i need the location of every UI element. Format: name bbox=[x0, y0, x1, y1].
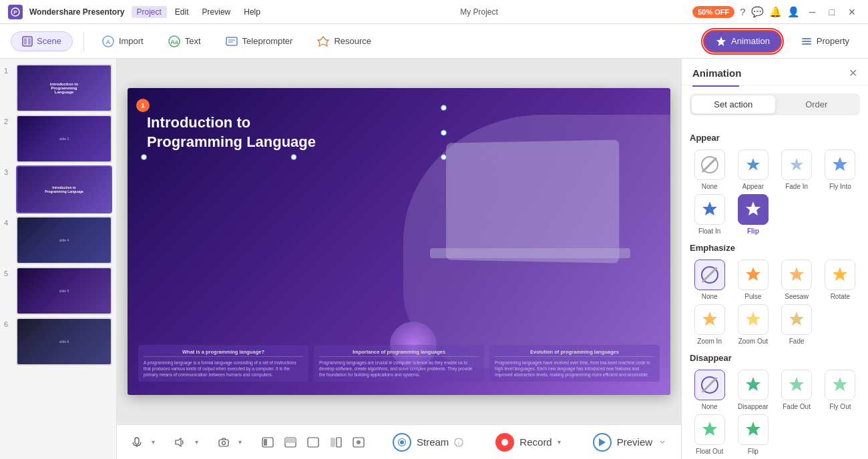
emphasize-rotate[interactable]: Rotate bbox=[821, 260, 860, 300]
stream-button[interactable]: Stream i bbox=[385, 429, 471, 456]
emphasize-fade[interactable]: Fade bbox=[777, 304, 817, 345]
volume-dropdown[interactable]: ▾ bbox=[195, 438, 198, 446]
property-button[interactable]: Property bbox=[793, 31, 857, 51]
preview-button[interactable]: Preview bbox=[585, 429, 675, 456]
volume-button[interactable] bbox=[171, 434, 190, 450]
appear-appear-label: Appear bbox=[742, 183, 764, 190]
minimize-button[interactable]: ─ bbox=[805, 5, 820, 19]
slide-thumb-2[interactable]: slide 2 bbox=[16, 115, 112, 163]
messages-icon[interactable]: 💬 bbox=[751, 6, 764, 18]
slide-thumb-5[interactable]: slide 5 bbox=[16, 267, 112, 315]
property-icon bbox=[801, 35, 813, 47]
appear-flip[interactable]: Flip bbox=[733, 194, 773, 235]
svg-rect-3 bbox=[24, 38, 27, 45]
layout-btn-1[interactable] bbox=[258, 434, 278, 450]
panel-close-button[interactable]: ✕ bbox=[849, 67, 857, 79]
text-button[interactable]: Aa Text bbox=[161, 32, 208, 51]
emphasize-pulse-label: Pulse bbox=[744, 293, 761, 300]
emphasize-zoom-out[interactable]: Zoom Out bbox=[733, 304, 773, 345]
disappear-float-out[interactable]: Float Out bbox=[690, 414, 729, 455]
disappear-fade-out[interactable]: Fade Out bbox=[777, 370, 817, 410]
appear-appear[interactable]: Appear bbox=[733, 149, 773, 190]
slide-item-4[interactable]: 4 slide 4 bbox=[4, 216, 112, 264]
microphone-button[interactable] bbox=[128, 434, 146, 450]
slide-thumb-6[interactable]: slide 6 bbox=[16, 318, 112, 366]
disappear-fly-out-label: Fly Out bbox=[829, 403, 851, 410]
layout-btn-4[interactable] bbox=[326, 434, 346, 450]
layout-btn-3[interactable] bbox=[303, 434, 323, 450]
preview-expand-icon bbox=[658, 438, 667, 447]
scene-icon bbox=[22, 36, 33, 47]
slide-item-6[interactable]: 6 slide 6 bbox=[4, 318, 112, 366]
slide-number-6: 6 bbox=[4, 318, 13, 328]
slide-thumb-1[interactable]: Introduction toProgrammingLanguage bbox=[16, 64, 112, 112]
emphasize-pulse[interactable]: Pulse bbox=[733, 260, 773, 300]
slide-item-2[interactable]: 2 slide 2 bbox=[4, 115, 112, 163]
close-button[interactable]: ✕ bbox=[844, 5, 860, 19]
slide-canvas[interactable]: 1 Introduction to Programming Language W… bbox=[128, 88, 670, 395]
slide-item-1[interactable]: 1 Introduction toProgrammingLanguage bbox=[4, 64, 112, 112]
handle-mr[interactable] bbox=[441, 129, 447, 135]
import-button[interactable]: A Import bbox=[95, 32, 150, 51]
slide-thumb-4[interactable]: slide 4 bbox=[16, 216, 112, 264]
menu-project[interactable]: Project bbox=[132, 6, 167, 18]
help-icon[interactable]: ? bbox=[740, 6, 745, 17]
title-bar: P Wondershare Presentory Project Edit Pr… bbox=[0, 0, 868, 24]
menu-help[interactable]: Help bbox=[238, 6, 266, 18]
svg-marker-13 bbox=[716, 37, 726, 46]
camera-dropdown[interactable]: ▾ bbox=[238, 438, 242, 446]
appear-none[interactable]: None bbox=[690, 149, 729, 190]
slide-item-5[interactable]: 5 slide 5 bbox=[4, 267, 112, 315]
emphasize-zoom-in[interactable]: Zoom In bbox=[690, 304, 729, 345]
menu-edit[interactable]: Edit bbox=[170, 6, 194, 18]
notifications-icon[interactable]: 🔔 bbox=[769, 6, 782, 18]
main-content: 1 Introduction toProgrammingLanguage 2 s… bbox=[0, 59, 868, 459]
svg-marker-48 bbox=[746, 377, 761, 391]
tab-order[interactable]: Order bbox=[775, 95, 859, 113]
scene-button[interactable]: Scene bbox=[11, 31, 73, 51]
disappear-flip[interactable]: Flip bbox=[733, 414, 773, 455]
camera-button[interactable] bbox=[214, 434, 233, 450]
svg-marker-36 bbox=[599, 438, 606, 446]
appear-fade-in[interactable]: Fade In bbox=[777, 149, 817, 190]
slide-title-area[interactable]: 1 Introduction to Programming Language bbox=[144, 108, 443, 157]
disappear-fade-out-label: Fade Out bbox=[783, 403, 811, 410]
handle-bm[interactable] bbox=[291, 154, 297, 160]
tab-set-action[interactable]: Set action bbox=[692, 95, 775, 113]
handle-tr[interactable] bbox=[441, 105, 447, 111]
teleprompter-button[interactable]: Teleprompter bbox=[218, 32, 300, 51]
menu-preview[interactable]: Preview bbox=[197, 6, 236, 18]
disappear-fly-out[interactable]: Fly Out bbox=[821, 370, 860, 410]
emphasize-none-icon bbox=[694, 260, 725, 290]
layout-btn-5[interactable] bbox=[349, 434, 369, 450]
account-icon[interactable]: 👤 bbox=[787, 6, 800, 18]
maximize-button[interactable]: □ bbox=[825, 5, 839, 19]
disappear-disappear[interactable]: Disappear bbox=[733, 370, 773, 410]
stream-info-icon: i bbox=[454, 438, 463, 447]
svg-rect-21 bbox=[219, 440, 228, 446]
layout-btn-2[interactable] bbox=[280, 434, 300, 450]
appear-section-title: Appear bbox=[690, 133, 860, 143]
svg-rect-16 bbox=[802, 43, 811, 45]
promo-button[interactable]: 50% OFF bbox=[692, 6, 734, 18]
slide-item-3[interactable]: 3 Introduction toProgramming Language bbox=[4, 165, 112, 213]
appear-float-in[interactable]: Float In bbox=[690, 194, 729, 235]
svg-marker-40 bbox=[702, 201, 717, 215]
disappear-none[interactable]: None bbox=[690, 370, 729, 410]
resource-button[interactable]: Resource bbox=[310, 32, 378, 51]
emphasize-none[interactable]: None bbox=[690, 260, 729, 300]
svg-marker-46 bbox=[746, 312, 761, 326]
emphasize-seesaw[interactable]: Seesaw bbox=[777, 260, 817, 300]
record-button[interactable]: Record ▾ bbox=[487, 429, 568, 456]
animation-panel: Animation ✕ Set action Order Appear None bbox=[681, 59, 868, 459]
emphasize-none-label: None bbox=[702, 293, 718, 300]
record-dropdown-arrow[interactable]: ▾ bbox=[558, 438, 561, 446]
microphone-dropdown[interactable]: ▾ bbox=[152, 438, 155, 446]
animation-button[interactable]: Animation bbox=[703, 30, 782, 53]
appear-fly-into[interactable]: Fly Into bbox=[821, 149, 860, 190]
svg-rect-4 bbox=[28, 38, 31, 45]
col1-header: What is a programming language? bbox=[144, 349, 303, 357]
import-label: Import bbox=[119, 36, 144, 46]
appear-flip-icon bbox=[738, 194, 769, 225]
slide-thumb-3[interactable]: Introduction toProgramming Language bbox=[16, 165, 112, 213]
